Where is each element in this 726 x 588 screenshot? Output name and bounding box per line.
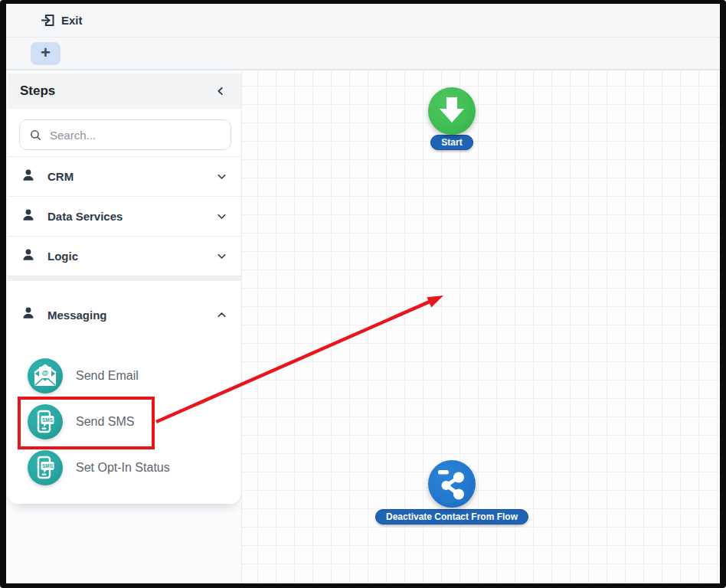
send-sms-icon: SMS [28,404,63,439]
step-label: Set Opt-In Status [76,461,170,475]
sms-badge: SMS [42,417,54,423]
steps-panel: Steps [8,74,241,504]
category-crm[interactable]: CRM [8,156,241,196]
person-icon [21,207,36,226]
panel-title: Steps [20,83,55,99]
category-messaging[interactable]: Messaging [8,295,241,335]
flow-canvas[interactable]: Start Deactivate Contact From Flow [241,70,720,583]
chevron-up-icon [215,309,228,322]
set-opt-in-status-icon: SMS [28,450,63,485]
exit-button[interactable]: Exit [40,12,83,28]
collapse-panel-button[interactable] [212,83,229,100]
chevron-down-icon [215,210,228,223]
node-deactivate-contact[interactable]: Deactivate Contact From Flow [375,460,528,524]
search-input[interactable] [50,129,221,142]
chevron-left-icon [214,84,227,98]
sidebar-column: Steps [6,70,241,583]
at-symbol: @ [42,369,49,377]
node-start[interactable]: Start [428,87,476,150]
step-label: Send SMS [76,415,134,429]
person-icon [21,168,36,186]
category-label: CRM [47,170,74,183]
main-area: Steps [6,69,720,583]
chevron-down-icon [215,170,228,183]
add-step-button[interactable]: + [31,42,60,65]
node-label: Start [430,135,473,150]
top-bar: Exit [6,4,720,37]
send-email-icon: @ [28,358,63,394]
step-send-email[interactable]: @ Send Email [8,353,241,399]
search-icon [29,129,50,142]
app-window: Exit + Steps [0,0,726,588]
sms-badge: SMS [42,463,54,469]
person-icon [21,247,36,266]
step-label: Send Email [76,369,139,383]
search-box [19,119,231,150]
deactivate-node-icon [428,460,476,508]
exit-icon [40,12,56,28]
steps-panel-header: Steps [8,74,241,109]
person-icon [21,305,36,324]
node-toolbar: + [6,37,720,69]
chevron-down-icon [215,250,228,263]
start-node-icon [428,87,476,135]
step-send-sms[interactable]: SMS Send SMS [8,399,241,445]
category-label: Logic [47,250,78,263]
node-label: Deactivate Contact From Flow [375,509,528,524]
category-label: Data Services [47,210,123,223]
category-label: Messaging [47,309,107,322]
section-divider [8,276,241,281]
category-data-services[interactable]: Data Services [8,196,241,236]
category-logic[interactable]: Logic [8,236,241,276]
step-set-opt-in-status[interactable]: SMS Set Opt-In Status [8,445,241,491]
messaging-steps-list: @ Send Email [8,335,241,498]
exit-label: Exit [61,14,83,27]
